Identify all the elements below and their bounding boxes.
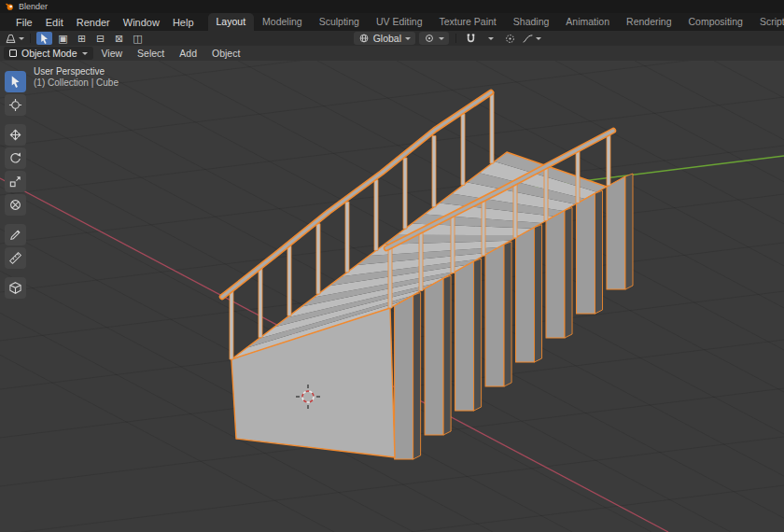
chevron-down-icon xyxy=(19,37,24,40)
chevron-down-icon xyxy=(405,37,411,40)
transform-orientation-dropdown[interactable]: Global xyxy=(354,32,415,45)
tool-move[interactable] xyxy=(5,124,26,146)
menu-help[interactable]: Help xyxy=(166,15,201,30)
tool-transform[interactable] xyxy=(5,194,26,216)
tool-add-cube[interactable] xyxy=(5,277,26,299)
window-title: Blender xyxy=(19,2,48,11)
select-mode-intersect-button[interactable]: ◫ xyxy=(130,32,146,45)
ruler-icon xyxy=(8,251,22,265)
chevron-down-icon xyxy=(439,37,444,40)
menu-add[interactable]: Add xyxy=(173,46,203,61)
tool-measure[interactable] xyxy=(5,247,26,269)
select-mode-intersect-icon: ◫ xyxy=(133,34,142,44)
chevron-down-icon xyxy=(488,37,494,40)
pivot-point-icon xyxy=(424,33,435,44)
select-mode-invert-icon: ⊠ xyxy=(115,34,123,44)
transform-icon xyxy=(8,198,22,212)
tool-rotate[interactable] xyxy=(5,147,26,169)
toolbar xyxy=(5,71,26,299)
divider xyxy=(30,34,31,43)
viewport-canvas[interactable] xyxy=(0,61,784,532)
tab-animation[interactable]: Animation xyxy=(557,13,618,31)
chevron-down-icon xyxy=(536,37,541,40)
snap-settings-dropdown[interactable] xyxy=(483,32,498,45)
snap-magnet-icon xyxy=(465,33,477,45)
blender-logo-icon xyxy=(5,2,14,11)
proportional-editing-icon xyxy=(504,33,516,45)
tab-uv-editing[interactable]: UV Editing xyxy=(368,13,431,31)
workspace-tabs: Layout Modeling Sculpting UV Editing Tex… xyxy=(208,13,784,31)
pivot-point-dropdown[interactable] xyxy=(419,32,449,45)
rotate-icon xyxy=(8,151,22,165)
title-bar: Blender xyxy=(0,0,784,13)
menu-window[interactable]: Window xyxy=(117,15,166,30)
menu-view[interactable]: View xyxy=(95,46,130,61)
scale-icon xyxy=(8,175,22,189)
tab-rendering[interactable]: Rendering xyxy=(618,13,679,31)
menu-select[interactable]: Select xyxy=(131,46,171,61)
editor-type-icon xyxy=(5,33,17,45)
tool-select-box[interactable] xyxy=(5,71,26,92)
menu-object[interactable]: Object xyxy=(205,46,246,61)
menu-bar: File Edit Render Window Help Layout Mode… xyxy=(0,13,784,31)
box-select-cursor-icon xyxy=(8,75,22,89)
falloff-dropdown[interactable] xyxy=(522,32,541,45)
select-mode-extend-button[interactable]: ⊞ xyxy=(74,32,90,45)
tool-scale[interactable] xyxy=(5,171,26,192)
tab-shading[interactable]: Shading xyxy=(505,13,558,31)
viewport: User Perspective (1) Collection | Cube xyxy=(0,61,784,532)
select-mode-subtract-icon: ⊟ xyxy=(96,34,105,44)
object-mode-icon xyxy=(9,49,17,57)
select-mode-set-button[interactable]: ▣ xyxy=(55,32,71,45)
move-icon xyxy=(8,128,22,142)
menu-edit[interactable]: Edit xyxy=(39,15,70,30)
select-mode-extend-icon: ⊞ xyxy=(77,34,86,44)
pencil-icon xyxy=(8,228,22,242)
tool-cursor[interactable] xyxy=(5,94,26,116)
object-mode-dropdown[interactable]: Object Mode xyxy=(4,47,93,60)
box-select-cursor-icon xyxy=(38,33,50,45)
tool-annotate[interactable] xyxy=(5,224,26,245)
cube-icon xyxy=(8,281,22,295)
tab-scripting[interactable]: Scripting xyxy=(751,13,784,31)
tab-compositing[interactable]: Compositing xyxy=(680,13,751,31)
divider xyxy=(455,34,456,43)
tab-sculpting[interactable]: Sculpting xyxy=(311,13,368,31)
select-mode-set-icon: ▣ xyxy=(58,34,67,44)
tool-settings-bar: ▣ ⊞ ⊟ ⊠ ◫ Global xyxy=(0,31,784,46)
app: { "window": { "title": "Blender" }, "top… xyxy=(0,0,784,532)
menu-file[interactable]: File xyxy=(9,15,39,30)
object-mode-label: Object Mode xyxy=(21,48,77,59)
falloff-curve-icon xyxy=(522,33,534,45)
editor-type-button[interactable] xyxy=(5,32,24,45)
proportional-editing-button[interactable] xyxy=(502,32,518,45)
snap-toggle-button[interactable] xyxy=(463,32,479,45)
menu-render[interactable]: Render xyxy=(70,15,117,30)
tab-layout[interactable]: Layout xyxy=(208,13,255,31)
transform-snap-cluster: Global xyxy=(354,32,541,45)
select-mode-invert-button[interactable]: ⊠ xyxy=(111,32,127,45)
cursor-3d-icon xyxy=(8,98,22,112)
chevron-down-icon xyxy=(82,52,88,55)
tab-modeling[interactable]: Modeling xyxy=(254,13,311,31)
transform-orientation-icon xyxy=(358,33,370,44)
orientation-label: Global xyxy=(373,33,401,44)
select-mode-subtract-button[interactable]: ⊟ xyxy=(92,32,108,45)
active-tool-button[interactable] xyxy=(36,32,52,45)
tab-texture-paint[interactable]: Texture Paint xyxy=(431,13,505,31)
viewport-header: Object Mode View Select Add Object xyxy=(0,46,784,61)
